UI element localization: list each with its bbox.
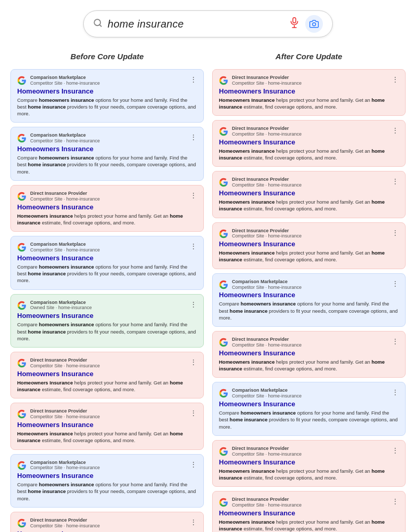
card-menu-2[interactable]: ⋮ (392, 177, 399, 185)
card-desc-7: Homeowners insurance helps protect your … (219, 468, 399, 482)
after-result-card-1: Direct Insurance Provider Competitor Sit… (212, 120, 406, 167)
site-url-7: Competitor Site · home-insurance (30, 465, 100, 471)
card-site-info-3: Direct Insurance Provider Competitor Sit… (232, 228, 302, 240)
card-title-1[interactable]: Homeowners Insurance (219, 138, 399, 146)
provider-type-7: Comparison Marketplace (30, 460, 100, 466)
card-title-0[interactable]: Homeowners Insurance (219, 87, 399, 95)
card-desc-0: Homeowners Insurance helps protect your … (219, 97, 399, 111)
card-title-4[interactable]: Homeowners Insurance (17, 312, 197, 320)
card-top-3: Comparison Marketplace Competitor Site ·… (17, 242, 197, 253)
provider-type-3: Comparison Marketplace (30, 242, 100, 247)
card-title-6[interactable]: Homeowners Insurance (219, 400, 399, 408)
card-menu-3[interactable]: ⋮ (392, 228, 399, 236)
site-url-0: Competitor Site · home-insurance (30, 81, 100, 86)
card-left-0: Comparison Marketplace Competitor Site ·… (17, 75, 100, 86)
card-desc-0: Compare homeowners insurance options for… (17, 97, 197, 117)
card-left-5: Direct Insurance Provider Competitor Sit… (219, 337, 302, 348)
card-title-5[interactable]: Homeowners Insurance (17, 370, 197, 378)
provider-type-4: Comparison Marketplace (30, 300, 92, 305)
site-url-6: Competitor Site · home-insurance (232, 393, 302, 399)
before-result-card-2: Direct Insurance Provider Competitor Sit… (10, 185, 204, 232)
card-left-0: Direct Insurance Provider Competitor Sit… (219, 75, 302, 86)
card-title-8[interactable]: Homeowners Insurance (219, 509, 399, 517)
card-title-7[interactable]: Homeowners Insurance (17, 472, 197, 480)
results-columns: Comparison Marketplace Competitor Site ·… (10, 69, 406, 532)
card-title-4[interactable]: Homeowners Insurance (219, 291, 399, 299)
after-result-card-5: Direct Insurance Provider Competitor Sit… (212, 331, 406, 378)
card-site-info-4: Comparison Marketplace Owned Site · home… (30, 300, 92, 311)
card-desc-6: Homeowners insurance helps protect your … (17, 430, 197, 444)
card-left-2: Direct Insurance Provider Competitor Sit… (17, 191, 100, 202)
after-result-card-7: Direct Insurance Provider Competitor Sit… (212, 440, 406, 487)
card-top-6: Direct Insurance Provider Competitor Sit… (17, 408, 197, 420)
card-menu-2[interactable]: ⋮ (190, 191, 197, 199)
provider-type-6: Comparison Marketplace (232, 388, 302, 393)
card-site-info-1: Direct Insurance Provider Competitor Sit… (232, 126, 302, 137)
card-desc-7: Compare homeowners insurance options for… (17, 481, 197, 502)
provider-type-0: Direct Insurance Provider (232, 75, 302, 81)
provider-type-5: Direct Insurance Provider (232, 337, 302, 342)
card-top-8: Direct Insurance Provider Competitor Sit… (219, 497, 399, 508)
card-top-0: Comparison Marketplace Competitor Site ·… (17, 75, 197, 86)
site-url-4: Owned Site · home-insurance (30, 305, 92, 311)
after-result-card-6: Comparison Marketplace Competitor Site ·… (212, 382, 406, 435)
provider-type-1: Direct Insurance Provider (232, 126, 302, 131)
card-desc-2: Homeowners insurance helps protect your … (17, 212, 197, 227)
card-menu-0[interactable]: ⋮ (190, 75, 197, 83)
card-menu-0[interactable]: ⋮ (392, 75, 399, 83)
card-site-info-2: Direct Insurance Provider Competitor Sit… (232, 177, 302, 188)
card-desc-6: Compare homeowners insurance options for… (219, 409, 399, 430)
card-menu-1[interactable]: ⋮ (392, 126, 399, 134)
card-title-0[interactable]: Homeowners Insurance (17, 87, 197, 95)
before-result-card-1: Comparison Marketplace Competitor Site ·… (10, 127, 204, 180)
card-title-8[interactable]: Homeowners Insurance (17, 530, 197, 532)
card-menu-7[interactable]: ⋮ (392, 446, 399, 454)
card-menu-6[interactable]: ⋮ (392, 388, 399, 396)
card-menu-7[interactable]: ⋮ (190, 460, 197, 468)
card-title-1[interactable]: Homeowners Insurance (17, 145, 197, 153)
card-left-8: Direct Insurance Provider Competitor Sit… (17, 517, 100, 529)
card-desc-2: Homeowners insurance helps protect your … (219, 198, 399, 212)
card-top-2: Direct Insurance Provider Competitor Sit… (17, 191, 197, 202)
card-menu-6[interactable]: ⋮ (190, 408, 197, 417)
after-column: Direct Insurance Provider Competitor Sit… (212, 69, 406, 532)
card-menu-5[interactable]: ⋮ (392, 337, 399, 345)
provider-type-5: Direct Insurance Provider (30, 357, 100, 363)
camera-icon[interactable] (305, 15, 323, 33)
microphone-icon[interactable] (289, 17, 300, 31)
card-title-3[interactable]: Homeowners Insurance (219, 240, 399, 248)
card-title-5[interactable]: Homeowners Insurance (219, 349, 399, 357)
site-url-0: Competitor Site · home-insurance (232, 81, 302, 86)
after-result-card-0: Direct Insurance Provider Competitor Sit… (212, 69, 406, 116)
card-menu-4[interactable]: ⋮ (190, 300, 197, 308)
card-top-5: Direct Insurance Provider Competitor Sit… (17, 357, 197, 369)
card-title-3[interactable]: Homeowners Insurance (17, 254, 197, 262)
card-title-6[interactable]: Homeowners Insurance (17, 421, 197, 429)
card-title-2[interactable]: Homeowners Insurance (219, 189, 399, 197)
card-menu-3[interactable]: ⋮ (190, 242, 197, 250)
card-top-7: Comparison Marketplace Competitor Site ·… (17, 460, 197, 471)
site-url-4: Competitor Site · home-insurance (232, 285, 302, 290)
card-top-1: Comparison Marketplace Competitor Site ·… (17, 132, 197, 144)
site-url-1: Competitor Site · home-insurance (232, 131, 302, 137)
card-menu-8[interactable]: ⋮ (392, 497, 399, 505)
provider-type-3: Direct Insurance Provider (232, 228, 302, 234)
card-left-3: Comparison Marketplace Competitor Site ·… (17, 242, 100, 253)
site-url-1: Competitor Site · home-insurance (30, 138, 100, 144)
card-menu-1[interactable]: ⋮ (190, 132, 197, 141)
card-menu-5[interactable]: ⋮ (190, 357, 197, 366)
card-title-2[interactable]: Homeowners Insurance (17, 203, 197, 211)
card-desc-1: Homeowners insurance helps protect your … (219, 148, 399, 162)
card-left-1: Comparison Marketplace Competitor Site ·… (17, 132, 100, 144)
before-column: Comparison Marketplace Competitor Site ·… (10, 69, 204, 532)
before-result-card-5: Direct Insurance Provider Competitor Sit… (10, 352, 204, 398)
search-bar[interactable]: home insurance (83, 10, 333, 37)
card-left-8: Direct Insurance Provider Competitor Sit… (219, 497, 302, 508)
column-headers: Before Core Update After Core Update (10, 52, 406, 64)
provider-type-8: Direct Insurance Provider (30, 517, 100, 523)
card-title-7[interactable]: Homeowners Insurance (219, 458, 399, 466)
card-menu-8[interactable]: ⋮ (190, 517, 197, 526)
after-result-card-2: Direct Insurance Provider Competitor Sit… (212, 171, 406, 218)
search-query[interactable]: home insurance (108, 18, 283, 30)
card-menu-4[interactable]: ⋮ (392, 279, 399, 287)
